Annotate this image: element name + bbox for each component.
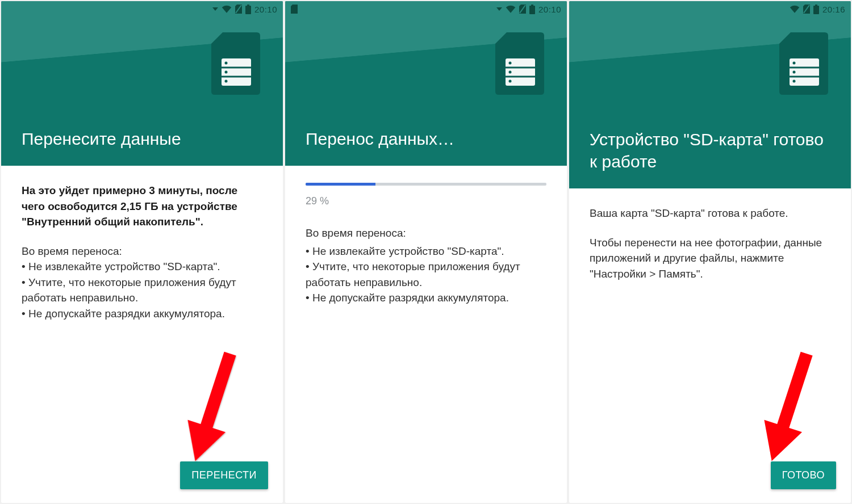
transfer-button[interactable]: ПЕРЕНЕСТИ [180,461,268,489]
content-area: На это уйдет примерно 3 минуты, после че… [1,166,283,503]
battery-icon [245,5,251,14]
svg-rect-14 [529,6,535,14]
svg-rect-13 [531,5,533,6]
bullet-list: • Не извлекайте устройство "SD-карта". •… [22,259,262,321]
page-title: Перенос данных… [306,128,550,150]
svg-point-7 [225,62,228,65]
sd-card-hero-icon [495,32,544,97]
signal-dropdown-icon [496,7,502,11]
done-button[interactable]: ГОТОВО [771,461,836,489]
battery-icon [813,5,819,14]
no-sim-icon [235,5,242,14]
svg-point-20 [509,80,512,83]
sd-card-hero-icon [779,32,828,97]
paragraph: Чтобы перенести на нее фотографии, данны… [590,235,830,282]
svg-point-18 [509,62,512,65]
header: Устройство "SD-карта" готово к работе [569,1,851,188]
svg-point-8 [225,71,228,74]
screen-transfer-progress: 20:10 Перенос данных… 29 % Во время пере… [285,1,567,503]
status-bar: 20:10 [285,1,567,17]
page-title: Устройство "SD-карта" готово к работе [590,128,834,173]
svg-point-9 [225,80,228,83]
screen-ready: 20:16 Устройство "SD-карта" готово к раб… [569,1,851,503]
bullet-list: • Не извлекайте устройство "SD-карта". •… [306,243,546,306]
header: Перенос данных… [285,1,567,166]
content-area: 29 % Во время переноса: • Не извлекайте … [285,166,567,503]
svg-point-27 [793,62,796,65]
lead-text: На это уйдет примерно 3 минуты, после че… [22,183,262,230]
sd-card-hero-icon [211,32,260,97]
no-sim-icon [519,5,526,14]
signal-dropdown-icon [212,7,218,11]
bullet-item: • Не допускайте разрядки аккумулятора. [22,306,262,322]
screen-transfer-prompt: 20:10 Перенесите данные На это уйдет при… [1,1,283,503]
status-bar: 20:10 [1,1,283,17]
progress-fill [306,183,375,186]
wifi-icon [790,5,800,13]
battery-icon [529,5,535,14]
bullet-item: • Не извлекайте устройство "SD-карта". [306,243,546,259]
wifi-icon [506,5,516,13]
progress-percent-label: 29 % [306,194,546,208]
status-time: 20:10 [538,5,561,14]
header: Перенесите данные [1,1,283,166]
no-sim-icon [803,5,810,14]
svg-rect-1 [247,5,249,6]
status-time: 20:16 [822,5,845,14]
status-bar: 20:16 [569,1,851,17]
svg-point-29 [793,80,796,83]
progress-bar [306,183,546,186]
page-title: Перенесите данные [22,128,266,150]
svg-point-28 [793,71,796,74]
svg-rect-2 [245,6,251,14]
bullet-item: • Учтите, что некоторые приложения будут… [22,275,262,306]
svg-point-19 [509,71,512,74]
intro-text: Во время переноса: [306,225,546,241]
sd-card-status-icon [291,5,298,14]
paragraph: Ваша карта "SD-карта" готова к работе. [590,205,830,221]
intro-text: Во время переноса: [22,243,262,259]
bullet-item: • Не извлекайте устройство "SD-карта". [22,259,262,275]
content-area: Ваша карта "SD-карта" готова к работе. Ч… [569,188,851,503]
wifi-icon [222,5,232,13]
bullet-item: • Учтите, что некоторые приложения будут… [306,259,546,290]
svg-rect-23 [813,6,819,14]
svg-rect-22 [815,5,817,6]
bullet-item: • Не допускайте разрядки аккумулятора. [306,290,546,306]
status-time: 20:10 [254,5,277,14]
